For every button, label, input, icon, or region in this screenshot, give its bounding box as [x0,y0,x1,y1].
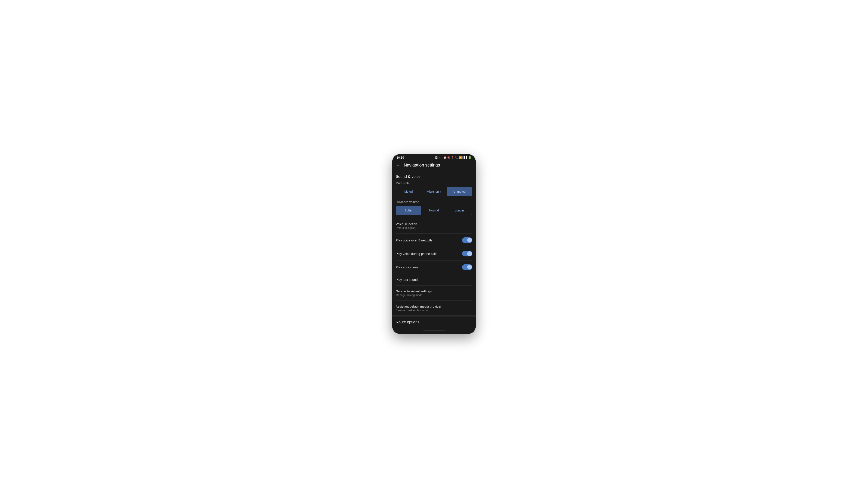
route-options-title: Route options [396,320,472,324]
assistant-media-provider-subtitle: Service used to play music [396,308,472,312]
route-options-section: Route options [396,317,472,328]
guidance-volume-button-group: Softer Normal Louder [396,206,472,215]
camera-icon: 🖼 [435,156,438,159]
header: ← Navigation settings [392,160,476,171]
content: Sound & voice Mute state Muted Alerts on… [392,171,476,315]
play-voice-phone-calls-title: Play voice during phone calls [396,252,437,256]
cloud-icon: ☁ [438,156,441,159]
dot-icon: • [442,156,442,159]
battery-icon: 🔋 [468,156,471,159]
page-title: Navigation settings [404,163,440,168]
phone-container: 10:16 🖼 ☁ • ⏰ 🔇 📍 📞 📶 ▌▌▌ 🔋 ← Navigation… [392,154,476,334]
status-icons: 🖼 ☁ • ⏰ 🔇 📍 📞 📶 ▌▌▌ 🔋 [435,156,471,159]
play-voice-phone-calls-toggle[interactable] [462,251,472,256]
play-voice-bluetooth-title: Play voice over Bluetooth [396,238,432,242]
bottom-bar [392,328,476,334]
status-bar: 10:16 🖼 ☁ • ⏰ 🔇 📍 📞 📶 ▌▌▌ 🔋 [392,154,476,160]
play-audio-cues-title: Play audio cues [396,265,418,269]
assistant-media-provider-row[interactable]: Assistant default media provider Service… [396,301,472,315]
mute-state-label: Mute state [396,182,472,185]
sound-voice-section-title: Sound & voice [396,171,472,182]
google-assistant-row[interactable]: Google Assistant settings Manage driving… [396,286,472,300]
divider-5 [396,285,472,286]
play-voice-bluetooth-knob [467,238,472,242]
play-voice-phone-calls-row[interactable]: Play voice during phone calls [396,248,472,259]
mute-icon: 🔇 [447,156,450,159]
alarm-icon: ⏰ [443,156,446,159]
google-assistant-subtitle: Manage driving mode [396,293,472,297]
voice-selection-title: Voice selection [396,222,472,226]
softer-button[interactable]: Softer [396,206,422,215]
normal-button[interactable]: Normal [422,206,447,215]
play-test-sound-title: Play test sound [396,278,472,282]
status-time: 10:16 [397,156,404,159]
muted-button[interactable]: Muted [396,187,422,196]
play-audio-cues-toggle[interactable] [462,264,472,270]
location-icon: 📍 [451,156,454,159]
play-voice-bluetooth-row[interactable]: Play voice over Bluetooth [396,234,472,246]
wifi-icon: 📶 [459,156,462,159]
route-options-content: Route options [392,317,476,328]
divider-6 [396,300,472,301]
play-audio-cues-knob [467,265,472,269]
play-audio-cues-row[interactable]: Play audio cues [396,261,472,273]
play-test-sound-row[interactable]: Play test sound [396,275,472,285]
louder-button[interactable]: Louder [447,206,472,215]
guidance-volume-label: Guidance volume [396,200,472,204]
mute-state-button-group: Muted Alerts only Unmuted [396,187,472,196]
play-voice-phone-calls-knob [467,251,472,256]
back-button[interactable]: ← [396,163,400,168]
voice-selection-row[interactable]: Voice selection Default (English) [396,219,472,232]
voice-selection-subtitle: Default (English) [396,226,472,229]
call-icon: 📞 [455,156,458,159]
signal-icon: ▌▌▌ [463,156,468,159]
home-indicator [423,330,445,330]
section-divider [392,315,476,317]
google-assistant-title: Google Assistant settings [396,289,472,293]
unmuted-button[interactable]: Unmuted [447,187,472,196]
play-voice-bluetooth-toggle[interactable] [462,237,472,243]
alerts-only-button[interactable]: Alerts only [422,187,447,196]
assistant-media-provider-title: Assistant default media provider [396,304,472,308]
